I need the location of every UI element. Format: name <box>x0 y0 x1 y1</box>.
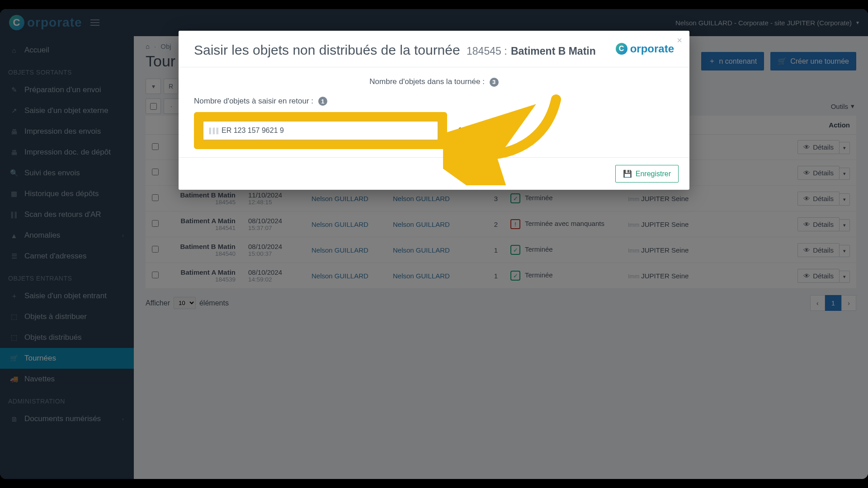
count-badge: 1 <box>318 97 327 106</box>
count-badge: 3 <box>490 78 499 87</box>
scan-input-highlight: ∥∥∥ <box>194 112 447 149</box>
save-icon: 💾 <box>623 169 632 178</box>
modal-title: Saisir les objets non distribués de la t… <box>194 42 596 58</box>
scan-modal: Saisir les objets non distribués de la t… <box>179 31 689 190</box>
brand-logo-icon: C <box>616 43 627 55</box>
modal-tour-id: 184545 : <box>467 45 507 57</box>
brand-text: orporate <box>630 42 674 55</box>
label: Nombre d'objets à saisir en retour : <box>194 97 313 105</box>
modal-title-text: Saisir les objets non distribués de la t… <box>194 42 460 57</box>
save-button[interactable]: 💾Enregistrer <box>615 165 679 183</box>
count-in-tour: Nombre d'objets dans la tournée : 3 <box>194 77 674 87</box>
button-label: Enregistrer <box>636 170 671 178</box>
close-icon[interactable]: × <box>677 35 682 46</box>
count-to-scan: Nombre d'objets à saisir en retour : 1 <box>194 97 674 106</box>
scan-input[interactable] <box>203 121 438 140</box>
modal-tour-name: Batiment B Matin <box>511 45 596 57</box>
scanned-count: 1 <box>458 126 462 136</box>
modal-brand: Corporate <box>616 42 674 55</box>
label: Nombre d'objets dans la tournée : <box>369 77 485 86</box>
barcode-icon: ∥∥∥ <box>208 127 219 135</box>
